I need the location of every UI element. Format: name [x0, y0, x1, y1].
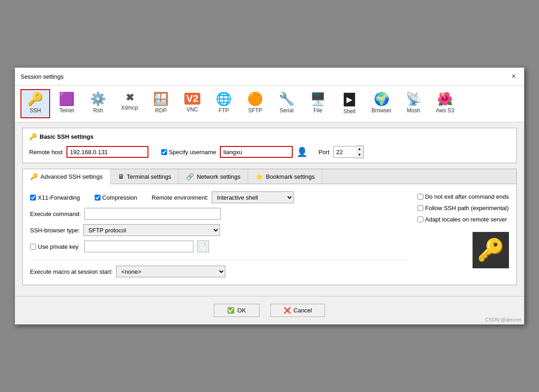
watermark: CSDN:@qlexcel — [485, 317, 521, 322]
specify-username-checkbox[interactable] — [161, 149, 167, 155]
remote-host-label: Remote host — [29, 149, 63, 156]
serial-icon: 🔧 — [279, 93, 295, 106]
x11-forwarding-checkbox[interactable] — [30, 195, 36, 201]
basic-ssh-title: Basic SSH settings — [40, 133, 94, 140]
protocol-aws-s3[interactable]: 🌺 Aws S3 — [430, 89, 460, 118]
protocol-file-label: File — [314, 107, 322, 114]
protocol-file[interactable]: 🖥️ File — [303, 89, 333, 118]
protocol-rdp[interactable]: 🪟 RDP — [146, 89, 176, 118]
file-icon: 🖥️ — [310, 93, 326, 106]
protocol-shell[interactable]: ▶ Shell — [335, 89, 364, 118]
specify-username-checkbox-label[interactable]: Specify username — [161, 149, 216, 156]
follow-ssh-path-checkbox[interactable] — [417, 205, 423, 211]
user-icon: 👤 — [296, 146, 308, 157]
tab-terminal-label: Terminal settings — [127, 173, 172, 180]
advanced-tab-content: X11-Forwarding Compression Remote enviro… — [23, 184, 516, 285]
dialog-title: Session settings — [20, 73, 64, 80]
protocol-ftp[interactable]: 🌐 FTP — [209, 89, 239, 118]
protocol-aws-s3-label: Aws S3 — [436, 107, 454, 114]
tab-advanced-ssh[interactable]: 🔑 Advanced SSH settings — [23, 169, 111, 184]
row-x11-compression: X11-Forwarding Compression Remote enviro… — [30, 191, 409, 203]
use-private-key-text: Use private key — [38, 243, 79, 250]
tabs-container: 🔑 Advanced SSH settings 🖥 Terminal setti… — [22, 169, 517, 285]
compression-checkbox[interactable] — [95, 195, 101, 201]
port-down-arrow[interactable]: ▼ — [356, 152, 363, 158]
shell-icon: ▶ — [344, 93, 355, 106]
protocol-sftp[interactable]: 🟠 SFTP — [240, 89, 270, 118]
protocol-ssh-label: SSH — [30, 107, 41, 114]
row-ssh-browser: SSH-browser type: SFTP protocol SCP prot… — [30, 224, 409, 236]
protocol-ssh[interactable]: 🔑 SSH — [20, 89, 50, 118]
remote-env-select[interactable]: Interactive shell Custom command None — [212, 191, 294, 203]
tab-bookmark-label: Bookmark settings — [266, 173, 315, 180]
use-private-key-checkbox[interactable] — [30, 244, 36, 250]
follow-ssh-path-label[interactable]: Follow SSH path (experimental) — [417, 205, 509, 211]
do-not-exit-label[interactable]: Do not exit after command ends — [417, 193, 509, 200]
do-not-exit-checkbox[interactable] — [417, 194, 423, 200]
browser-icon: 🌍 — [374, 93, 390, 106]
protocol-vnc[interactable]: V2 VNC — [178, 89, 207, 118]
adapt-locales-checkbox[interactable] — [417, 216, 423, 222]
protocol-browser[interactable]: 🌍 Browser — [366, 89, 397, 118]
protocol-mosh[interactable]: 📡 Mosh — [399, 89, 428, 118]
remote-host-input[interactable] — [66, 146, 148, 158]
close-button[interactable]: × — [509, 71, 519, 81]
specify-username-label: Specify username — [169, 149, 216, 156]
private-key-input[interactable] — [84, 241, 193, 252]
ok-label: OK — [237, 307, 246, 314]
protocol-rsh[interactable]: ⚙️ Rsh — [83, 89, 113, 118]
protocol-bar: 🔑 SSH 🟪 Telnet ⚙️ Rsh ✖ Xdmcp 🪟 RDP V2 V… — [15, 85, 524, 122]
username-input[interactable] — [220, 146, 293, 158]
advanced-layout: X11-Forwarding Compression Remote enviro… — [30, 191, 509, 277]
port-spinner: ▲ ▼ — [333, 146, 364, 158]
protocol-rsh-label: Rsh — [93, 107, 103, 114]
tab-network[interactable]: 🔗 Network settings — [179, 169, 248, 184]
port-input[interactable] — [333, 146, 356, 158]
ok-button[interactable]: ✅ OK — [214, 304, 259, 317]
dialog-content: 🔑 Basic SSH settings Remote host Specify… — [15, 122, 524, 296]
protocol-xdmcp-label: Xdmcp — [121, 105, 138, 111]
protocol-shell-label: Shell — [343, 108, 356, 115]
cancel-label: Cancel — [294, 307, 312, 314]
xdmcp-icon: ✖ — [126, 93, 134, 103]
basic-ssh-icon: 🔑 — [29, 133, 37, 140]
ssh-browser-label: SSH-browser type: — [30, 227, 80, 234]
ssh-browser-select[interactable]: SFTP protocol SCP protocol — [83, 224, 220, 236]
key-image: 🔑 — [473, 232, 509, 268]
follow-ssh-path-text: Follow SSH path (experimental) — [425, 205, 509, 211]
tab-terminal[interactable]: 🖥 Terminal settings — [111, 169, 179, 184]
protocol-xdmcp[interactable]: ✖ Xdmcp — [115, 89, 144, 118]
macro-row: Execute macro at session start: <none> — [30, 260, 409, 277]
compression-text: Compression — [102, 194, 137, 201]
title-bar: Session settings × — [15, 68, 524, 85]
browse-button[interactable]: 📄 — [197, 241, 209, 252]
remote-env-label: Remote environment: — [152, 194, 208, 201]
rsh-icon: ⚙️ — [90, 93, 106, 106]
protocol-rdp-label: RDP — [155, 107, 167, 114]
protocol-serial-label: Serial — [280, 107, 294, 114]
protocol-mosh-label: Mosh — [407, 107, 420, 114]
use-private-key-label[interactable]: Use private key — [30, 243, 79, 250]
terminal-tab-icon: 🖥 — [118, 173, 124, 180]
cancel-button[interactable]: ❌ Cancel — [270, 304, 325, 317]
adapt-locales-label[interactable]: Adapt locales on remote server — [417, 216, 509, 223]
x11-forwarding-label[interactable]: X11-Forwarding — [30, 194, 80, 201]
sftp-icon: 🟠 — [247, 93, 263, 106]
compression-label[interactable]: Compression — [95, 194, 137, 201]
row-execute-command: Execute command: — [30, 208, 409, 220]
ssh-icon: 🔑 — [27, 93, 43, 106]
bookmark-tab-icon: ⭐ — [255, 173, 263, 180]
tab-advanced-label: Advanced SSH settings — [41, 173, 103, 180]
protocol-telnet[interactable]: 🟪 Telnet — [52, 89, 81, 118]
execute-cmd-input[interactable] — [84, 208, 221, 220]
protocol-vnc-label: VNC — [187, 106, 198, 113]
key-icon: 🔑 — [477, 237, 504, 263]
port-up-arrow[interactable]: ▲ — [356, 146, 363, 152]
basic-ssh-section: 🔑 Basic SSH settings Remote host Specify… — [22, 128, 517, 163]
tab-bookmark[interactable]: ⭐ Bookmark settings — [248, 169, 322, 184]
protocol-serial[interactable]: 🔧 Serial — [272, 89, 301, 118]
telnet-icon: 🟪 — [59, 93, 75, 106]
tabs-header: 🔑 Advanced SSH settings 🖥 Terminal setti… — [23, 169, 516, 184]
macro-select[interactable]: <none> — [116, 266, 225, 277]
execute-cmd-label: Execute command: — [30, 211, 81, 217]
